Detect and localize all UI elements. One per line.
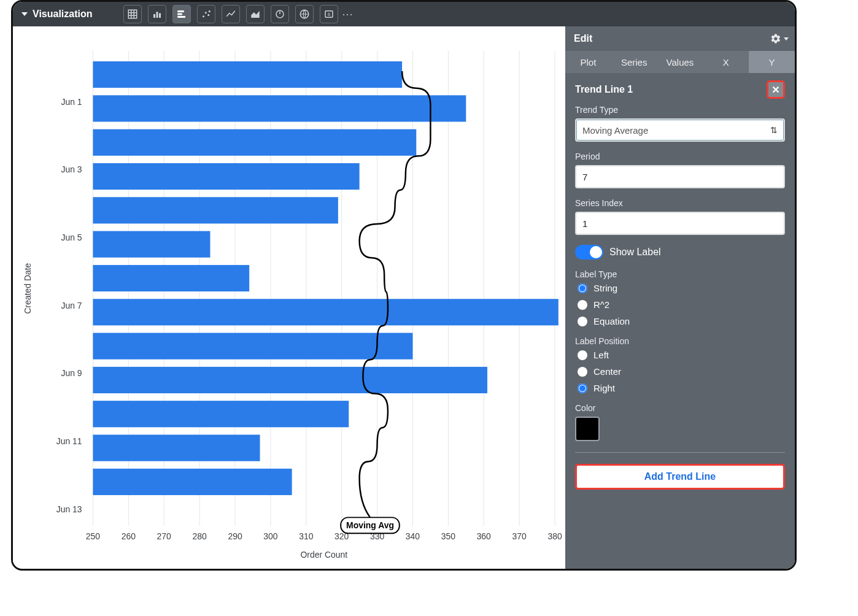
x-tick-label: 300 (263, 531, 277, 541)
select-arrows-icon: ⇅ (770, 126, 778, 134)
label-type-option-equation[interactable]: Equation (578, 316, 785, 326)
line-chart-icon (225, 9, 236, 20)
svg-rect-5 (153, 14, 155, 18)
map-icon-button[interactable] (295, 5, 314, 23)
map-icon (299, 9, 310, 20)
label-position-option-right[interactable]: Right (578, 383, 785, 393)
radio-label: Right (593, 383, 615, 393)
x-tick-label: 370 (512, 531, 527, 541)
tab-x[interactable]: X (703, 51, 749, 73)
bar[interactable] (93, 333, 412, 360)
radio-label: Center (593, 366, 621, 377)
trend-type-value: Moving Average (582, 125, 648, 136)
svg-point-12 (204, 12, 206, 13)
edit-panel: Edit PlotSeriesValuesXY Trend Line 1 Tre… (565, 26, 795, 569)
label-type-option-string[interactable]: String (578, 283, 785, 293)
bar[interactable] (93, 265, 249, 291)
visualization-dropdown[interactable]: Visualization (13, 2, 101, 26)
radio-label: String (593, 283, 617, 293)
series-index-value: 1 (582, 218, 587, 229)
gauge-icon-button[interactable] (271, 5, 289, 23)
show-label-text: Show Label (609, 247, 661, 258)
add-trend-line-button[interactable]: Add Trend Line (575, 464, 785, 490)
bar[interactable] (93, 367, 487, 393)
bar[interactable] (93, 401, 349, 427)
x-tick-label: 350 (441, 531, 455, 541)
label-type-label: Label Type (575, 269, 785, 279)
show-label-toggle[interactable] (575, 245, 603, 260)
remove-trend-line-button[interactable] (767, 80, 785, 99)
bar[interactable] (93, 299, 558, 325)
x-tick-label: 290 (228, 531, 242, 541)
toolbar-title: Visualization (33, 9, 93, 20)
radio-label: Equation (593, 316, 630, 326)
scatter-icon-button[interactable] (197, 5, 215, 23)
svg-rect-8 (177, 10, 184, 12)
y-tick-label: Jun 9 (61, 368, 82, 378)
label-position-option-left[interactable]: Left (578, 350, 785, 360)
period-value: 7 (582, 172, 587, 182)
x-tick-label: 260 (122, 531, 136, 541)
y-axis-title: Created Date (23, 263, 33, 314)
label-position-label: Label Position (575, 336, 785, 346)
bar[interactable] (93, 61, 402, 88)
table-icon-button[interactable] (123, 5, 142, 23)
add-trend-line-label: Add Trend Line (644, 471, 716, 482)
tab-values[interactable]: Values (657, 51, 703, 73)
tab-series[interactable]: Series (611, 51, 657, 73)
gauge-icon (274, 9, 285, 20)
panel-tabs: PlotSeriesValuesXY (565, 51, 795, 73)
color-label: Color (575, 403, 785, 413)
tab-plot[interactable]: Plot (565, 51, 611, 73)
bar[interactable] (93, 435, 260, 461)
radio-icon (578, 367, 587, 377)
y-tick-label: Jun 1 (61, 97, 82, 107)
settings-menu-button[interactable] (770, 33, 789, 44)
label-position-option-center[interactable]: Center (578, 366, 785, 377)
series-index-label: Series Index (575, 198, 785, 208)
svg-rect-10 (177, 16, 185, 18)
divider (575, 452, 785, 453)
line-chart-icon-button[interactable] (222, 5, 240, 23)
y-tick-label: Jun 11 (56, 436, 82, 446)
column-chart-icon-button[interactable] (148, 5, 166, 23)
svg-rect-7 (159, 13, 161, 18)
bar[interactable] (93, 95, 466, 121)
period-input[interactable]: 7 (575, 165, 785, 188)
series-index-input[interactable]: 1 (575, 212, 785, 235)
chart-canvas-area: 2502602702802903003103203303403503603703… (13, 26, 565, 569)
bar[interactable] (93, 231, 210, 258)
tab-y[interactable]: Y (749, 51, 795, 73)
radio-label: Left (593, 350, 609, 360)
trend-color-swatch[interactable] (575, 417, 600, 441)
svg-point-11 (203, 15, 204, 17)
radio-icon (578, 317, 587, 326)
trend-type-select[interactable]: Moving Average ⇅ (575, 118, 785, 142)
bar[interactable] (93, 469, 292, 495)
scatter-icon (201, 9, 212, 20)
y-tick-label: Jun 3 (61, 164, 82, 174)
edit-panel-header: Edit (565, 26, 795, 51)
single-value-icon: 6 (323, 9, 334, 20)
area-chart-icon-button[interactable] (246, 5, 265, 23)
more-icon[interactable]: ⋯ (338, 7, 358, 21)
bar[interactable] (93, 163, 359, 190)
bar-chart: 2502602702802903003103203303403503603703… (13, 26, 565, 569)
bar-chart-icon-button[interactable] (172, 5, 191, 23)
svg-rect-6 (156, 12, 158, 18)
y-tick-label: Jun 7 (61, 301, 82, 310)
bar[interactable] (93, 129, 416, 156)
x-tick-label: 340 (406, 531, 420, 541)
svg-rect-9 (177, 13, 182, 15)
caret-down-icon (21, 12, 28, 16)
radio-icon (578, 383, 587, 393)
label-type-option-r-2[interactable]: R^2 (578, 299, 785, 310)
bar[interactable] (93, 197, 338, 223)
radio-icon (578, 300, 587, 310)
trend-line-section-title: Trend Line 1 (575, 84, 633, 95)
svg-point-13 (207, 14, 209, 16)
svg-rect-0 (128, 10, 137, 18)
chevron-down-icon (784, 37, 789, 40)
close-icon (771, 85, 780, 94)
single-value-icon-button[interactable]: 6 (320, 5, 338, 23)
